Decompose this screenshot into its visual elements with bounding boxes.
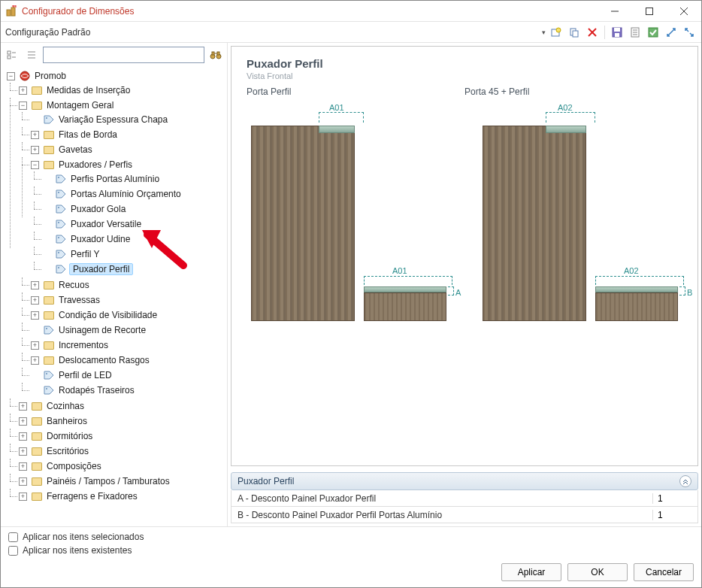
navigation-tree[interactable]: −Promob+Medidas de Inserção−Montagem Ger… xyxy=(1,67,227,526)
tree-item[interactable]: +Painéis / Tampos / Tamburatos xyxy=(19,474,225,488)
window-maximize-button[interactable] xyxy=(632,1,667,22)
tree-item[interactable]: +Recuos xyxy=(31,278,225,292)
folder-icon xyxy=(32,461,42,471)
tree-item[interactable]: Perfil Y xyxy=(43,247,225,261)
toolbar-expand-icon[interactable] xyxy=(664,25,679,40)
dim-box xyxy=(595,276,684,285)
expander-icon[interactable]: + xyxy=(31,311,39,320)
tree-root[interactable]: −Promob xyxy=(7,69,225,83)
tree-mode-1-icon[interactable] xyxy=(4,47,20,63)
tree-item[interactable]: +Deslocamento Rasgos xyxy=(31,353,225,367)
tree-item[interactable]: +Banheiros xyxy=(19,414,225,428)
tree-item[interactable]: Rodapés Traseiros xyxy=(31,383,225,397)
collapse-icon[interactable] xyxy=(679,475,691,487)
svg-point-39 xyxy=(58,252,59,253)
tree-item[interactable]: Perfil de LED xyxy=(31,368,225,382)
svg-rect-1 xyxy=(11,8,15,16)
tree-item-label: Incrementos xyxy=(57,340,110,350)
dropdown-icon[interactable]: ▾ xyxy=(542,29,546,36)
tree-mode-2-icon[interactable] xyxy=(23,47,40,63)
folder-icon xyxy=(44,129,54,140)
tree-item-label: Perfil Y xyxy=(69,249,101,259)
expander-icon[interactable]: + xyxy=(19,462,27,471)
cancel-button[interactable]: Cancelar xyxy=(634,563,694,581)
ok-button[interactable]: OK xyxy=(567,563,628,581)
binoculars-icon[interactable] xyxy=(207,47,224,63)
svg-rect-0 xyxy=(7,10,11,16)
tree-item[interactable]: +Composições xyxy=(19,459,225,473)
expander-icon[interactable]: + xyxy=(31,146,39,154)
toolbar-delete-icon[interactable] xyxy=(585,25,600,40)
param-header[interactable]: Puxador Perfil xyxy=(231,472,698,490)
tree-item[interactable]: Puxador Perfil xyxy=(43,262,225,276)
tree-item[interactable]: Puxador Gola xyxy=(43,202,225,216)
bottom-options: Aplicar nos itens selecionados Aplicar n… xyxy=(1,526,701,557)
tree-item[interactable]: +Condição de Visibilidade xyxy=(31,308,225,322)
toolbar-sheet-icon[interactable] xyxy=(628,25,643,40)
expander-icon[interactable]: − xyxy=(19,102,27,110)
expander-icon[interactable]: + xyxy=(19,493,27,501)
expander-icon[interactable]: + xyxy=(31,296,39,305)
window-minimize-button[interactable] xyxy=(598,1,632,22)
svg-point-33 xyxy=(46,117,47,119)
dim-label-a01: A01 xyxy=(329,103,344,112)
tree-item[interactable]: Perfis Portas Alumínio xyxy=(43,172,225,186)
tree-item[interactable]: +Gavetas xyxy=(31,143,225,156)
tree-item[interactable]: +Fitas de Borda xyxy=(31,128,225,141)
expander-icon[interactable]: − xyxy=(7,72,15,80)
expander-icon[interactable]: + xyxy=(31,131,39,139)
svg-point-41 xyxy=(46,328,47,329)
svg-point-32 xyxy=(20,71,29,80)
expander-icon[interactable]: + xyxy=(31,341,39,350)
tree-item[interactable]: +Medidas de Inserção xyxy=(19,83,225,97)
toolbar-save-icon[interactable] xyxy=(610,25,625,40)
expander-icon[interactable]: + xyxy=(19,86,27,95)
tree-item[interactable]: +Travessas xyxy=(31,293,225,307)
tree-item[interactable]: +Dormitórios xyxy=(19,429,225,443)
apply-selected-checkbox[interactable]: Aplicar nos itens selecionados xyxy=(8,532,694,542)
window-title: Configurador de Dimensões xyxy=(22,6,134,17)
expander-icon[interactable]: + xyxy=(19,477,27,486)
tree-item[interactable]: Puxador Udine xyxy=(43,232,225,246)
col2-label: Porta 45 + Perfil xyxy=(464,86,682,97)
tree-item[interactable]: Portas Alumínio Orçamento xyxy=(43,187,225,201)
door-group-1: A01 A01 A xyxy=(251,111,446,321)
tree-item-label: Rodapés Traseiros xyxy=(57,385,136,396)
window-close-button[interactable] xyxy=(667,1,701,22)
param-row[interactable]: A - Desconto Painel Puxador Perfil1 xyxy=(231,490,698,507)
tree-item[interactable]: +Ferragens e Fixadores xyxy=(19,489,225,503)
expander-icon[interactable]: + xyxy=(19,402,27,411)
folder-icon xyxy=(32,401,42,411)
param-value[interactable]: 1 xyxy=(652,510,697,520)
toolbar-copy-icon[interactable] xyxy=(567,25,582,40)
expander-icon[interactable]: + xyxy=(19,447,27,456)
expander-icon[interactable]: + xyxy=(31,281,39,289)
tree-item[interactable]: +Incrementos xyxy=(31,338,225,352)
param-value[interactable]: 1 xyxy=(652,493,697,504)
apply-existing-checkbox[interactable]: Aplicar nos itens existentes xyxy=(8,545,694,556)
expander-icon[interactable]: + xyxy=(19,417,27,426)
toolbar-new-icon[interactable] xyxy=(549,25,564,40)
apply-button[interactable]: Aplicar xyxy=(501,563,561,581)
tree-item-label: Deslocamento Rasgos xyxy=(57,355,151,365)
tree-item-label: Cozinhas xyxy=(45,401,86,411)
expander-icon[interactable]: + xyxy=(19,432,27,441)
tree-item[interactable]: Usinagem de Recorte xyxy=(31,323,225,337)
toolbar-apply-icon[interactable] xyxy=(646,25,661,40)
tree-item[interactable]: Variação Espessura Chapa xyxy=(31,113,225,126)
tree-item[interactable]: +Cozinhas xyxy=(19,399,225,413)
tree-item[interactable]: −Montagem Geral xyxy=(19,99,225,112)
expander-icon[interactable]: + xyxy=(31,356,39,365)
param-header-label: Puxador Perfil xyxy=(238,476,294,486)
param-row[interactable]: B - Desconto Painel Puxador Perfil Porta… xyxy=(231,507,698,523)
tree-item[interactable]: Puxador Versatile xyxy=(43,217,225,231)
tree-item[interactable]: −Puxadores / Perfis xyxy=(31,158,225,171)
tree-item[interactable]: +Escritórios xyxy=(19,444,225,458)
toolbar-collapse-icon[interactable] xyxy=(682,25,697,40)
dim-label-a02: A02 xyxy=(558,103,573,112)
tag-icon xyxy=(44,114,54,125)
search-input[interactable] xyxy=(43,47,204,63)
tree-item-label: Ferragens e Fixadores xyxy=(45,491,139,502)
tree-item-label: Usinagem de Recorte xyxy=(57,325,147,335)
expander-icon[interactable]: − xyxy=(31,161,39,169)
